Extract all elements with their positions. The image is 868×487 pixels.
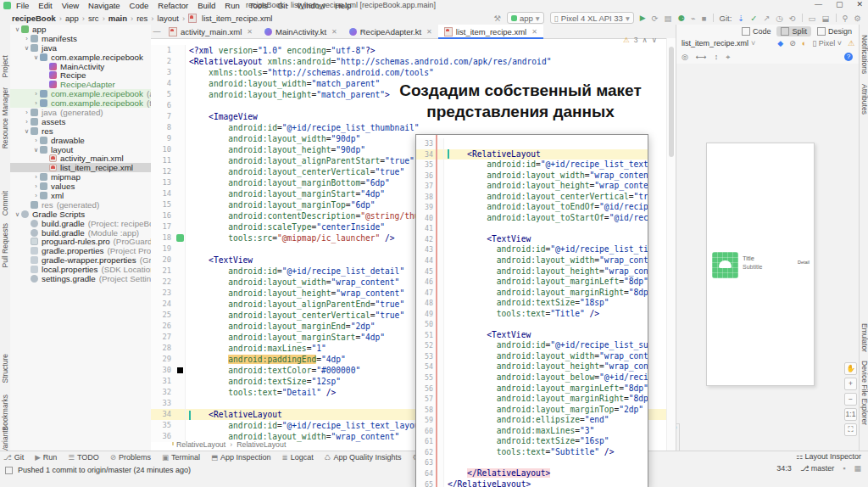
code-line[interactable]: 52 android:id="@+id/recipe_list_subtitle… xyxy=(416,340,648,351)
pan-hand-icon[interactable]: ✋ xyxy=(844,362,857,375)
code-line[interactable]: 49 tools:text="Title" /> xyxy=(416,309,648,320)
toolwindow-todo[interactable]: ☰TODO xyxy=(68,453,98,462)
component-tree-tab[interactable]: Component Tree xyxy=(676,423,680,451)
editor-scrollbar[interactable] xyxy=(666,38,676,451)
tab-close-icon[interactable]: ✕ xyxy=(531,28,537,36)
code-line[interactable]: 38 android:layout_centerVertical="true" xyxy=(416,192,648,203)
layout-file-selector[interactable]: list_item_recipe.xml˅ xyxy=(682,39,755,48)
code-line[interactable]: 51 <TextView xyxy=(416,330,648,341)
tool-strip-commit[interactable]: Commit xyxy=(1,191,9,216)
code-line[interactable]: 63 xyxy=(416,457,648,468)
stop-button[interactable]: ■ xyxy=(702,14,707,23)
run-config-selector[interactable]: app▾ xyxy=(507,12,544,24)
run-button[interactable]: ▶ xyxy=(640,14,646,22)
recipe-list-item-preview[interactable]: Title Subtitle Detail xyxy=(707,249,814,284)
caret-position[interactable]: 34:3 xyxy=(776,464,792,473)
tab-RecipeAdapter.kt[interactable]: RecipeAdapter.kt✕ xyxy=(343,25,438,38)
settings-icon[interactable]: ⚙ xyxy=(854,14,861,23)
apply-code-changes-icon[interactable]: ▤ xyxy=(665,14,672,23)
code-line[interactable]: 65</RelativeLayout> xyxy=(416,479,648,487)
inspection-widget[interactable]: ⚠ 3 ∧∨ xyxy=(623,36,657,44)
code-line[interactable]: 62 tools:text="Subtitle" /> xyxy=(416,447,648,458)
render-warning-icon[interactable]: ⚠ xyxy=(848,39,854,48)
code-line[interactable]: 36 android:layout_width="wrap_content" xyxy=(416,171,648,182)
git-branch[interactable]: ⎇ master xyxy=(800,464,834,473)
code-line[interactable]: 58 android:layout_marginTop="2dp" xyxy=(416,405,648,416)
toolwindow-logcat[interactable]: ≣Logcat xyxy=(282,453,314,462)
breadcrumb-file[interactable]: list_item_recipe.xml xyxy=(202,14,272,23)
code-line[interactable]: 57 android:layout_marginRight="8dp" xyxy=(416,394,648,405)
code-line[interactable]: 60 android:maxLines="3" xyxy=(416,426,648,437)
mode-design[interactable]: Design xyxy=(813,26,856,36)
code-line[interactable]: 34 <RelativeLayout xyxy=(416,149,648,160)
debug-button[interactable]: ⚈ xyxy=(678,14,686,23)
tree-item-res[interactable]: res(generated) xyxy=(10,200,151,210)
breadcrumb-item[interactable]: main xyxy=(108,14,127,23)
pan-icon[interactable]: ⟷ xyxy=(696,53,707,62)
tool-strip-emulator[interactable]: Emulator xyxy=(860,323,868,352)
tree-item-RecipeAdapter[interactable]: RecipeAdapter xyxy=(10,80,151,89)
code-line[interactable]: 8 android:id="@+id/recipe_list_thumbnail… xyxy=(151,122,676,133)
code-line[interactable]: 41 xyxy=(416,223,648,234)
tree-item-manifests[interactable]: ›manifests xyxy=(10,34,151,43)
tool-strip-pull-requests[interactable]: Pull Requests xyxy=(1,223,9,267)
tree-item-app[interactable]: ∨app xyxy=(10,25,151,34)
code-line[interactable]: 50 xyxy=(416,319,648,330)
maximize-button[interactable]: ▢ xyxy=(836,0,843,8)
select-tool-icon[interactable]: ⌖ xyxy=(726,53,730,62)
tree-toggle-icon[interactable]: › xyxy=(32,90,40,98)
theme-icon[interactable]: ◆ xyxy=(777,39,783,48)
code-line[interactable]: 53 android:layout_width="wrap_content" xyxy=(416,351,648,362)
tree-toggle-icon[interactable]: ∨ xyxy=(23,127,31,135)
tool-strip-bookmarks[interactable]: Bookmarks xyxy=(1,395,9,431)
code-line[interactable]: 42 <TextView xyxy=(416,234,648,245)
code-line[interactable]: 61 android:textSize="16sp" xyxy=(416,436,648,447)
tree-toggle-icon[interactable]: ∨ xyxy=(14,25,21,33)
tool-strip-project[interactable]: Project xyxy=(1,55,9,77)
tree-item-values[interactable]: ›values xyxy=(10,182,151,191)
editor-breadcrumb[interactable]: RelativeLayout›RelativeLayout xyxy=(176,440,286,449)
color-swatch-icon[interactable] xyxy=(177,367,183,373)
minimize-button[interactable]: — xyxy=(815,0,822,8)
code-line[interactable]: 48 android:textSize="18sp" xyxy=(416,298,648,309)
git-push-icon[interactable]: ↗ xyxy=(763,14,770,23)
tree-item-layout[interactable]: ∨layout xyxy=(10,145,151,154)
toolwindow-app-quality-insights[interactable]: ♺App Quality Insights xyxy=(325,453,402,462)
code-line[interactable]: 33 xyxy=(416,138,648,149)
tree-toggle-icon[interactable]: › xyxy=(23,109,31,116)
tree-toggle-icon[interactable]: › xyxy=(23,35,31,42)
zoom-reset-button[interactable]: 1:1 xyxy=(844,408,857,421)
view-options-icon[interactable]: ◎ xyxy=(682,53,688,62)
tree-item-drawable[interactable]: ›drawable xyxy=(10,136,151,145)
tree-item-java[interactable]: ∨java xyxy=(10,43,151,53)
breadcrumb-item[interactable]: src xyxy=(88,14,99,23)
breadcrumb-item[interactable]: res xyxy=(136,14,147,23)
tree-toggle-icon[interactable]: ∨ xyxy=(23,44,31,52)
tree-toggle-icon[interactable]: ∨ xyxy=(32,146,40,154)
zoom-out-button[interactable]: − xyxy=(844,393,857,406)
tree-toggle-icon[interactable]: ∨ xyxy=(14,210,21,218)
tree-item-activity_main.xml[interactable]: activity_main.xml xyxy=(10,154,151,163)
tree-item-xml[interactable]: ›xml xyxy=(10,191,151,200)
hide-tabs-icon[interactable]: — xyxy=(151,25,163,38)
close-button[interactable]: ✕ xyxy=(856,0,863,8)
toolwindow-problems[interactable]: ⊘Problems xyxy=(110,453,151,462)
tab-close-icon[interactable]: ✕ xyxy=(247,28,253,36)
tree-item-settings.gradle[interactable]: settings.gradle(Project Settings) xyxy=(10,274,151,283)
tree-toggle-icon[interactable]: › xyxy=(32,137,40,144)
editor-breadcrumb-item[interactable]: RelativeLayout xyxy=(236,440,286,449)
code-line[interactable]: 43 android:id="@+id/recipe_list_title" xyxy=(416,244,648,255)
tree-item-assets[interactable]: ›assets xyxy=(10,117,151,126)
code-line[interactable]: 47 android:layout_marginRight="8dp" xyxy=(416,288,648,299)
tree-toggle-icon[interactable]: › xyxy=(32,173,40,181)
menu-refactor[interactable]: Refactor xyxy=(158,1,188,10)
code-line[interactable]: 59 android:ellipsize="end" xyxy=(416,415,648,426)
profiler-button[interactable]: ⌁ xyxy=(691,14,696,23)
device-manager-icon[interactable]: ▭ xyxy=(809,14,816,23)
tree-item-com.example.recipebook[interactable]: ›com.example.recipebook(test) xyxy=(10,98,151,108)
tree-item-gradle-wrapper.properties[interactable]: gradle-wrapper.properties(Gradle Version… xyxy=(10,255,151,265)
tree-item-build.gradle[interactable]: build.gradle(Project: recipeBook) xyxy=(10,219,151,228)
tree-item-build.gradle[interactable]: build.gradle(Module :app) xyxy=(10,228,151,238)
editor-breadcrumb-item[interactable]: RelativeLayout xyxy=(176,440,225,449)
code-line[interactable]: 2<RelativeLayout xmlns:android="http://s… xyxy=(151,56,676,67)
